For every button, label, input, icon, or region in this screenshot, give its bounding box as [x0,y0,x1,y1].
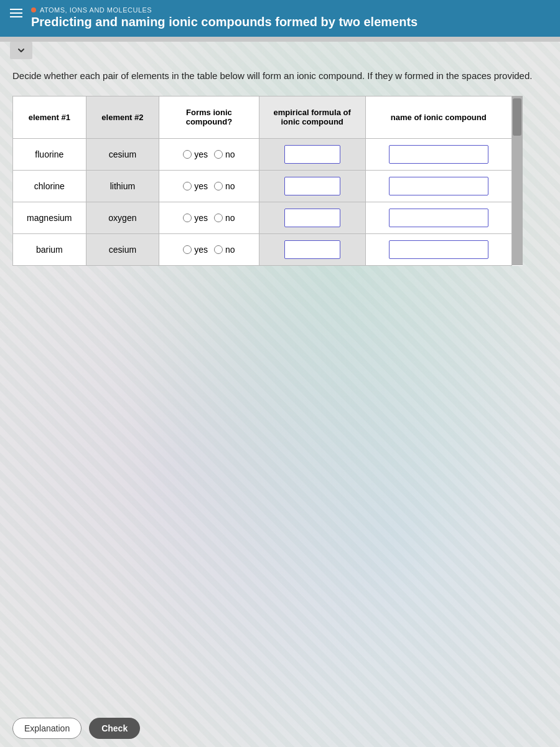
name-compound-input[interactable] [389,209,488,227]
no-radio-label[interactable]: no [214,149,235,159]
element2-cell: oxygen [86,202,159,233]
no-radio[interactable] [214,150,223,159]
scrollbar-cell [511,138,522,170]
element2-cell: cesium [86,138,159,170]
col-scrollbar [511,96,522,138]
content-area: Decide whether each pair of elements in … [0,42,560,747]
check-button[interactable]: Check [89,718,140,739]
col-header-element1: element #1 [13,96,86,138]
yes-radio-label[interactable]: yes [183,181,208,191]
name-compound-cell [365,138,511,170]
yes-radio-label[interactable]: yes [183,245,208,255]
name-compound-input[interactable] [389,240,488,259]
no-radio-label[interactable]: no [214,181,235,191]
col-header-element2: element #2 [86,96,159,138]
empirical-formula-input[interactable] [284,240,340,259]
empirical-formula-input[interactable] [284,145,340,164]
table-container: element #1 element #2 Forms ionic compou… [0,96,560,278]
menu-icon[interactable] [10,9,22,17]
radio-group: yes no [168,181,250,191]
scrollbar-cell [511,233,522,265]
scrollbar-thumb[interactable] [513,98,521,136]
header-text: ATOMS, IONS AND MOLECULES Predicting and… [31,6,418,29]
app-header: ATOMS, IONS AND MOLECULES Predicting and… [0,0,560,37]
table-row: fluorine cesium yes no [13,138,523,170]
element2-cell: cesium [86,233,159,265]
col-header-forms-ionic: Forms ionic compound? [159,96,259,138]
name-compound-cell [365,233,511,265]
empirical-formula-cell [259,233,365,265]
radio-group: yes no [168,149,250,159]
yes-radio[interactable] [183,245,192,254]
element1-cell: fluorine [13,138,86,170]
instruction-text: Decide whether each pair of elements in … [0,59,560,96]
explanation-button[interactable]: Explanation [12,718,82,739]
table-row: barium cesium yes no [13,233,523,265]
radio-group: yes no [168,213,250,223]
scrollbar-cell [511,170,522,202]
element1-cell: magnesium [13,202,86,233]
table-row: chlorine lithium yes no [13,170,523,202]
name-compound-input[interactable] [389,145,488,164]
no-radio-label[interactable]: no [214,213,235,223]
no-radio[interactable] [214,182,223,190]
radio-group: yes no [168,245,250,255]
status-dot [31,7,36,12]
yes-radio-label[interactable]: yes [183,213,208,223]
element1-cell: barium [13,233,86,265]
empirical-formula-input[interactable] [284,209,340,227]
collapse-button[interactable] [10,42,32,59]
yes-radio[interactable] [183,182,192,190]
no-radio[interactable] [214,245,223,254]
yes-radio-label[interactable]: yes [183,149,208,159]
forms-ionic-cell: yes no [159,170,259,202]
empirical-formula-cell [259,202,365,233]
yes-radio[interactable] [183,150,192,159]
name-compound-input[interactable] [389,177,488,195]
header-title: Predicting and naming ionic compounds fo… [31,15,418,29]
forms-ionic-cell: yes no [159,202,259,233]
bottom-buttons: Explanation Check [12,718,140,739]
empirical-formula-cell [259,138,365,170]
name-compound-cell [365,202,511,233]
empirical-formula-input[interactable] [284,177,340,195]
forms-ionic-cell: yes no [159,233,259,265]
ionic-compounds-table: element #1 element #2 Forms ionic compou… [12,96,523,266]
scrollbar-cell [511,202,522,233]
no-radio[interactable] [214,214,223,222]
header-subtitle: ATOMS, IONS AND MOLECULES [31,6,418,14]
yes-radio[interactable] [183,214,192,222]
element2-cell: lithium [86,170,159,202]
forms-ionic-cell: yes no [159,138,259,170]
element1-cell: chlorine [13,170,86,202]
table-row: magnesium oxygen yes no [13,202,523,233]
col-header-name-of-compound: name of ionic compound [365,96,511,138]
name-compound-cell [365,170,511,202]
empirical-formula-cell [259,170,365,202]
col-header-empirical-formula: empirical formula of ionic compound [259,96,365,138]
no-radio-label[interactable]: no [214,245,235,255]
